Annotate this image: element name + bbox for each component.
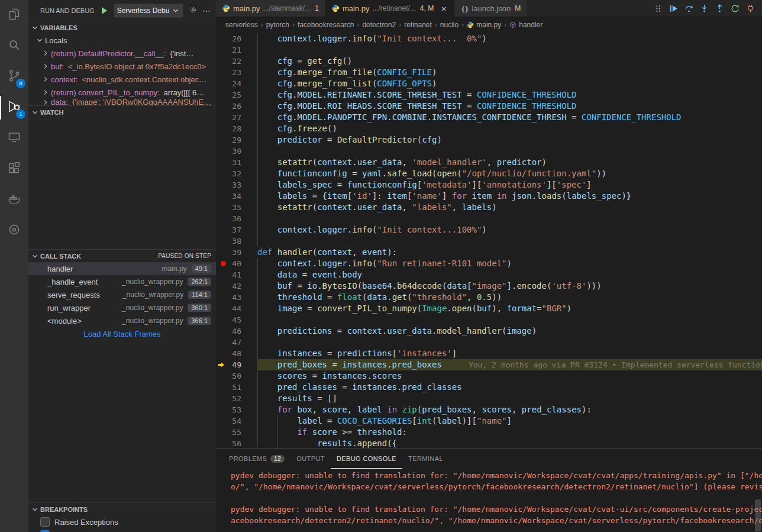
code-line-28[interactable]: 28 cfg.freeze() — [216, 123, 762, 134]
code-line-41[interactable]: 41 data = event.body — [216, 269, 762, 280]
gutter[interactable]: 23 — [216, 67, 257, 78]
code-line-46[interactable]: 46 predictions = context.user_data.model… — [216, 325, 762, 337]
activity-target-button[interactable] — [0, 215, 28, 246]
gutter[interactable]: 30 — [216, 146, 257, 157]
panel-tab-output[interactable]: OUTPUT — [290, 449, 331, 469]
gutter[interactable]: 36 — [216, 213, 257, 224]
checkbox[interactable] — [40, 517, 50, 527]
gutter[interactable]: 55 — [216, 427, 257, 438]
code-line-48[interactable]: 48 instances = predictions['instances'] — [216, 348, 762, 359]
code-line-26[interactable]: 26 cfg.MODEL.ROI_HEADS.SCORE_THRESH_TEST… — [216, 101, 762, 112]
code-line-38[interactable]: 38 — [216, 236, 762, 247]
gutter[interactable]: 35 — [216, 202, 257, 213]
gutter[interactable]: 20 — [216, 33, 257, 44]
code-line-25[interactable]: 25 cfg.MODEL.RETINANET.SCORE_THRESH_TEST… — [216, 89, 762, 101]
gutter[interactable]: 54 — [216, 415, 257, 427]
code-line-56[interactable]: 56 results.append({ — [216, 438, 762, 448]
activity-extensions-button[interactable] — [0, 154, 28, 185]
variable-row[interactable]: (return) convert_PIL_to_numpy:array([[[ … — [28, 86, 216, 99]
variable-row[interactable]: context:<nuclio_sdk.context.Context obje… — [28, 73, 216, 86]
restart-icon[interactable] — [728, 2, 742, 15]
call-stack-section-header[interactable]: CALL STACK PAUSED ON STEP — [28, 249, 216, 262]
more-actions-icon[interactable]: ⋯ — [202, 6, 211, 15]
scrollbar[interactable] — [755, 499, 761, 531]
gutter[interactable]: 28 — [216, 123, 257, 134]
gutter[interactable]: 44 — [216, 303, 257, 314]
code-line-33[interactable]: 33 labels_spec = functionconfig['metadat… — [216, 179, 762, 191]
activity-source-control-button[interactable]: 8 — [0, 62, 28, 92]
panel-tab-problems[interactable]: PROBLEMS12 — [223, 449, 290, 469]
breakpoints-section-header[interactable]: BREAKPOINTS — [28, 502, 216, 515]
continue-icon[interactable] — [666, 2, 680, 15]
gutter[interactable]: 31 — [216, 157, 257, 168]
gutter[interactable]: 27 — [216, 112, 257, 123]
gutter[interactable]: 34 — [216, 191, 257, 202]
code-line-39[interactable]: 39def handler(context, event): — [216, 247, 762, 258]
gutter[interactable]: 56 — [216, 438, 257, 448]
scope-locals[interactable]: Locals — [28, 34, 216, 47]
gutter[interactable]: 32 — [216, 168, 257, 179]
code-line-47[interactable]: 47 — [216, 337, 762, 348]
code-line-55[interactable]: 55 if score >= threshold: — [216, 427, 762, 438]
code-line-44[interactable]: 44 image = convert_PIL_to_numpy(Image.op… — [216, 303, 762, 314]
variable-row[interactable]: buf:<_io.BytesIO object at 0x7f5a2dc1ecc… — [28, 60, 216, 73]
code-line-22[interactable]: 22 cfg = get_cfg() — [216, 56, 762, 67]
breadcrumb-item[interactable]: handler — [509, 21, 543, 29]
gutter[interactable]: 26 — [216, 101, 257, 112]
code-line-37[interactable]: 37 context.logger.info("Init context...1… — [216, 224, 762, 236]
code-line-32[interactable]: 32 functionconfig = yaml.safe_load(open(… — [216, 168, 762, 179]
close-icon[interactable]: × — [439, 4, 448, 14]
gutter[interactable]: 40 — [216, 258, 257, 269]
code-editor[interactable]: 20 context.logger.info("Init context... … — [216, 33, 762, 448]
stack-frame-row[interactable]: serve_requests_nuclio_wrapper.py114:1 — [28, 288, 216, 301]
breadcrumb-item[interactable]: retinanet — [404, 21, 432, 29]
gutter[interactable]: 43 — [216, 292, 257, 303]
stack-frame-row[interactable]: _handle_event_nuclio_wrapper.py262:1 — [28, 275, 216, 288]
code-line-36[interactable]: 36 — [216, 213, 762, 224]
step-out-icon[interactable] — [712, 2, 727, 15]
code-line-50[interactable]: 50 scores = instances.scores — [216, 370, 762, 382]
gutter[interactable]: 50 — [216, 370, 257, 382]
step-over-icon[interactable] — [682, 2, 696, 15]
gutter[interactable]: 45 — [216, 314, 257, 325]
stack-frame-row[interactable]: <module>_nuclio_wrapper.py366:1 — [28, 314, 216, 327]
gutter[interactable]: 22 — [216, 56, 257, 67]
gutter[interactable]: 29 — [216, 134, 257, 146]
code-line-54[interactable]: 54 label = COCO_CATEGORIES[int(label)]["… — [216, 415, 762, 427]
gutter[interactable]: 33 — [216, 179, 257, 191]
code-line-29[interactable]: 29 predictor = DefaultPredictor(cfg) — [216, 134, 762, 146]
activity-explorer-button[interactable] — [0, 0, 28, 31]
variable-row[interactable]: (return) DefaultPredictor.__call__:{'ins… — [28, 47, 216, 60]
code-line-53[interactable]: 53 for box, score, label in zip(pred_box… — [216, 404, 762, 415]
start-debugging-icon[interactable] — [99, 6, 109, 15]
code-line-30[interactable]: 30 — [216, 146, 762, 157]
code-line-24[interactable]: 24 cfg.merge_from_list(CONFIG_OPTS) — [216, 78, 762, 89]
breakpoint-dot[interactable] — [221, 261, 226, 266]
breadcrumb-item[interactable]: detectron2 — [362, 21, 396, 29]
code-line-23[interactable]: 23 cfg.merge_from_file(CONFIG_FILE) — [216, 67, 762, 78]
tab-main.py[interactable]: main.py.../retinanet/...4, M× — [325, 0, 455, 17]
breadcrumb-item[interactable]: main.py — [467, 21, 501, 29]
activity-search-button[interactable] — [0, 31, 28, 62]
gutter[interactable]: 53 — [216, 404, 257, 415]
code-line-45[interactable]: 45 — [216, 314, 762, 325]
gutter[interactable]: 25 — [216, 89, 257, 101]
breadcrumb-item[interactable]: serverless — [225, 21, 258, 29]
gutter[interactable]: 49 — [216, 359, 257, 370]
gutter[interactable]: 48 — [216, 348, 257, 359]
code-line-51[interactable]: 51 pred_classes = instances.pred_classes — [216, 382, 762, 393]
gutter[interactable]: 52 — [216, 393, 257, 404]
watch-section-header[interactable]: WATCH — [28, 105, 216, 118]
code-line-31[interactable]: 31 setattr(context.user_data, 'model_han… — [216, 157, 762, 168]
code-line-35[interactable]: 35 setattr(context.user_data, "labels", … — [216, 202, 762, 213]
disconnect-icon[interactable] — [743, 2, 757, 15]
panel-tab-debug-console[interactable]: DEBUG CONSOLE — [331, 449, 402, 469]
code-line-34[interactable]: 34 labels = {item['id']: item['name'] fo… — [216, 191, 762, 202]
gutter[interactable]: 21 — [216, 44, 257, 56]
code-line-21[interactable]: 21 — [216, 44, 762, 56]
gutter[interactable]: 24 — [216, 78, 257, 89]
code-line-52[interactable]: 52 results = [] — [216, 393, 762, 404]
breadcrumb-item[interactable]: nuclio — [440, 21, 459, 29]
activity-run-debug-button[interactable]: 1 — [0, 92, 28, 123]
breakpoint-row[interactable]: Raised Exceptions — [28, 515, 216, 528]
